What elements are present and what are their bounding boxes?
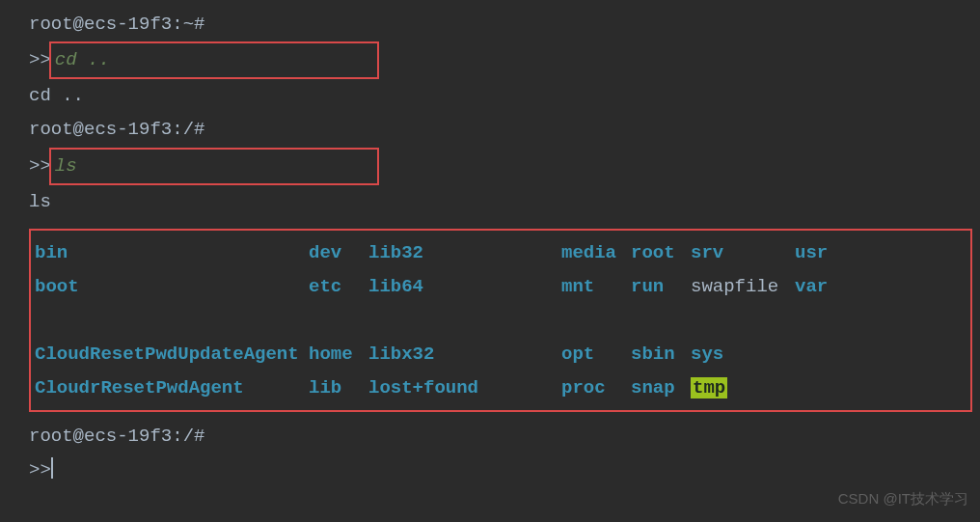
ls-entry-boot: boot (35, 270, 309, 304)
ls-entry-root: root (631, 236, 691, 270)
command-cd: cd .. (55, 49, 110, 70)
input-line-cd[interactable]: >>cd .. (29, 41, 980, 79)
highlight-box-ls-output: bin dev lib32 media root srv usr boot et… (29, 229, 972, 412)
watermark-text: CSDN @IT技术学习 (838, 485, 968, 512)
ls-entry-empty (795, 338, 833, 371)
highlight-box-ls: ls (49, 148, 380, 185)
ls-entry-bin: bin (35, 236, 309, 270)
ls-entry-snap: snap (631, 371, 691, 405)
ls-entry-etc: etc (309, 270, 368, 304)
ls-entry-lib32: lib32 (368, 236, 561, 270)
ls-row: CloudrResetPwdAgent lib lost+found proc … (35, 371, 966, 405)
highlight-box-cd: cd .. (49, 41, 380, 79)
prompt-root: root@ecs-19f3:/# (29, 426, 204, 447)
ls-entry-lib: lib (309, 371, 368, 405)
ls-entry-srv: srv (691, 236, 795, 270)
input-line-current[interactable]: >> (29, 453, 980, 487)
prompt-angles: >> (29, 155, 51, 177)
echo-line-ls: ls (29, 185, 980, 219)
ls-entry-dev: dev (309, 236, 368, 270)
ls-entry-mnt: mnt (561, 270, 631, 304)
ls-entry-libx32: libx32 (368, 338, 561, 371)
prompt-angles: >> (29, 459, 51, 481)
ls-entry-tmp-wrapper: tmp (691, 371, 795, 405)
prompt-line-root-2: root@ecs-19f3:/# (29, 420, 980, 453)
ls-entry-empty (795, 371, 833, 405)
input-line-ls[interactable]: >>ls (29, 148, 980, 185)
ls-entry-home: home (309, 338, 368, 371)
prompt-home: root@ecs-19f3:~# (29, 14, 204, 35)
prompt-line-home: root@ecs-19f3:~# (29, 8, 980, 41)
echo-cd: cd .. (29, 85, 84, 106)
ls-entry-sbin: sbin (631, 338, 691, 371)
ls-entry-usr: usr (795, 236, 833, 270)
ls-entry-run: run (631, 270, 691, 304)
ls-entry-lib64: lib64 (368, 270, 561, 304)
spacer (29, 219, 980, 227)
cursor-icon (51, 457, 53, 479)
prompt-angles: >> (29, 49, 51, 70)
ls-entry-sys: sys (691, 338, 795, 371)
ls-entry-tmp: tmp (691, 377, 727, 398)
ls-entry-lostfound: lost+found (368, 371, 561, 405)
ls-entry-swapfile: swapfile (691, 270, 795, 304)
spacer (29, 412, 980, 420)
ls-row: boot etc lib64 mnt run swapfile var (35, 270, 966, 304)
ls-entry-cloudresetpwdupdateagent: CloudResetPwdUpdateAgent (35, 338, 309, 371)
ls-entry-proc: proc (561, 371, 631, 405)
echo-line-cd: cd .. (29, 79, 980, 113)
command-ls: ls (55, 155, 77, 177)
prompt-line-root-1: root@ecs-19f3:/# (29, 113, 980, 147)
ls-row: bin dev lib32 media root srv usr (35, 236, 966, 270)
ls-entry-var: var (795, 270, 833, 304)
ls-entry-media: media (561, 236, 631, 270)
prompt-root: root@ecs-19f3:/# (29, 119, 204, 140)
ls-row-blank (35, 304, 966, 338)
ls-entry-opt: opt (561, 338, 631, 371)
ls-entry-cloudrresetpwdagent: CloudrResetPwdAgent (35, 371, 309, 405)
echo-ls: ls (29, 191, 51, 212)
ls-row: CloudResetPwdUpdateAgent home libx32 opt… (35, 338, 966, 371)
